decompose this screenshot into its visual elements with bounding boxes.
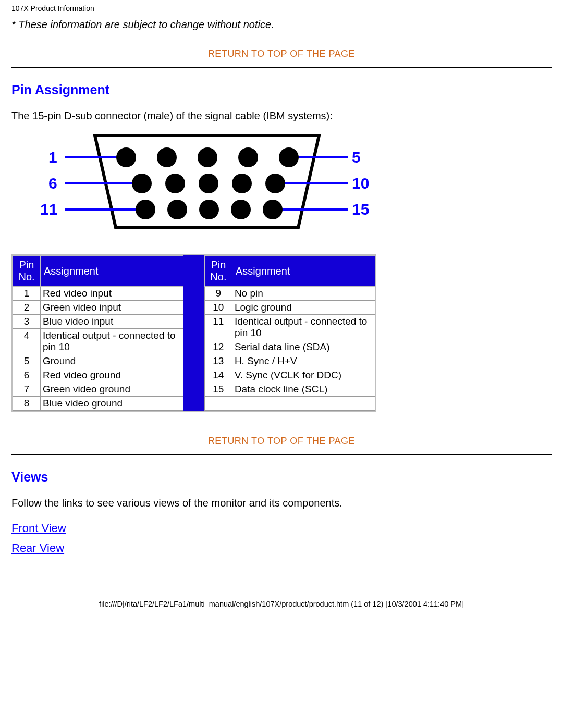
pin-number: 15	[204, 382, 232, 397]
pin-number	[204, 397, 232, 411]
table-row: 8Blue video ground	[13, 397, 183, 411]
table-row: 13H. Sync / H+V	[204, 354, 375, 368]
views-desc: Follow the links to see various views of…	[11, 497, 552, 509]
svg-point-7	[116, 147, 136, 167]
pin-assignment: Ground	[41, 354, 183, 368]
pin-assignment: No pin	[232, 287, 375, 301]
dsub-connector-icon	[40, 131, 374, 236]
pin-assignment: Identical output - connected to pin 10	[232, 315, 375, 340]
svg-point-11	[279, 147, 299, 167]
dsub-connector-diagram: 1 5 6 10 11 15	[40, 131, 374, 236]
dsub-label-1: 1	[48, 149, 57, 166]
svg-point-14	[199, 174, 218, 193]
pin-number: 6	[13, 368, 41, 382]
svg-point-20	[231, 200, 251, 219]
dsub-label-6: 6	[48, 175, 57, 192]
table-row: 4Identical output - connected to pin 10	[13, 329, 183, 354]
table-row: 7Green video ground	[13, 382, 183, 397]
svg-point-10	[238, 147, 258, 167]
svg-point-12	[132, 174, 152, 193]
svg-point-17	[136, 200, 155, 219]
pin-number: 12	[204, 340, 232, 354]
front-view-link[interactable]: Front View	[11, 522, 66, 535]
pin-number: 3	[13, 315, 41, 329]
svg-point-13	[165, 174, 185, 193]
dsub-label-5: 5	[352, 149, 361, 166]
pin-assignment: Red video input	[41, 287, 183, 301]
pin-number: 13	[204, 354, 232, 368]
pin-table-left: Pin No. Assignment 1Red video input2Gree…	[13, 255, 183, 411]
pin-assignment: Serial data line (SDA)	[232, 340, 375, 354]
rear-view-link[interactable]: Rear View	[11, 541, 64, 555]
svg-point-16	[265, 174, 285, 193]
pin-assignment-desc: The 15-pin D-sub connector (male) of the…	[11, 110, 552, 122]
pin-assignment: Identical output - connected to pin 10	[41, 329, 183, 354]
table-header-assign: Assignment	[41, 256, 183, 287]
return-to-top-link-1[interactable]: RETURN TO TOP OF THE PAGE	[11, 48, 552, 59]
table-header-pin: Pin No.	[204, 256, 232, 287]
section-title-views: Views	[11, 470, 552, 485]
dsub-label-15: 15	[352, 201, 369, 218]
pin-assignment: Data clock line (SCL)	[232, 382, 375, 397]
table-row	[204, 397, 375, 411]
table-row: 6Red video ground	[13, 368, 183, 382]
pin-table-right: Pin No. Assignment 9No pin10Logic ground…	[204, 255, 375, 411]
table-row: 15Data clock line (SCL)	[204, 382, 375, 397]
pin-number: 2	[13, 301, 41, 315]
pin-assignment: H. Sync / H+V	[232, 354, 375, 368]
pin-assignment: Green video ground	[41, 382, 183, 397]
pin-assignment: Logic ground	[232, 301, 375, 315]
section-title-pin-assignment: Pin Assignment	[11, 82, 552, 97]
svg-point-18	[167, 200, 187, 219]
pin-assignment: Red video ground	[41, 368, 183, 382]
table-row: 14V. Sync (VCLK for DDC)	[204, 368, 375, 382]
pin-assignment: Blue video input	[41, 315, 183, 329]
pin-assignment-table: Pin No. Assignment 1Red video input2Gree…	[11, 254, 376, 412]
footer-path: file:///D|/rita/LF2/LF2/LFa1/multi_manua…	[11, 600, 552, 608]
svg-point-15	[232, 174, 252, 193]
pin-number: 4	[13, 329, 41, 354]
svg-point-19	[199, 200, 219, 219]
pin-number: 9	[204, 287, 232, 301]
pin-number: 14	[204, 368, 232, 382]
table-row: 2Green video input	[13, 301, 183, 315]
pin-assignment: V. Sync (VCLK for DDC)	[232, 368, 375, 382]
pin-number: 1	[13, 287, 41, 301]
pin-assignment: Blue video ground	[41, 397, 183, 411]
pin-number: 5	[13, 354, 41, 368]
table-row: 5Ground	[13, 354, 183, 368]
table-row: 12Serial data line (SDA)	[204, 340, 375, 354]
table-row: 1Red video input	[13, 287, 183, 301]
svg-point-9	[198, 147, 217, 167]
table-header-assign: Assignment	[232, 256, 375, 287]
page-title-small: 107X Product Information	[11, 4, 552, 13]
table-gap	[183, 255, 204, 411]
dsub-label-10: 10	[352, 175, 369, 192]
table-row: 3Blue video input	[13, 315, 183, 329]
pin-number: 7	[13, 382, 41, 397]
table-row: 9No pin	[204, 287, 375, 301]
svg-point-21	[263, 200, 283, 219]
svg-point-8	[157, 147, 177, 167]
divider	[11, 454, 552, 455]
table-row: 10Logic ground	[204, 301, 375, 315]
pin-number: 8	[13, 397, 41, 411]
pin-assignment: Green video input	[41, 301, 183, 315]
table-header-pin: Pin No.	[13, 256, 41, 287]
pin-number: 11	[204, 315, 232, 340]
change-notice: * These information are subject to chang…	[11, 19, 552, 31]
dsub-label-11: 11	[40, 201, 57, 218]
divider	[11, 67, 552, 68]
return-to-top-link-2[interactable]: RETURN TO TOP OF THE PAGE	[11, 436, 552, 447]
pin-number: 10	[204, 301, 232, 315]
table-row: 11Identical output - connected to pin 10	[204, 315, 375, 340]
pin-assignment	[232, 397, 375, 411]
